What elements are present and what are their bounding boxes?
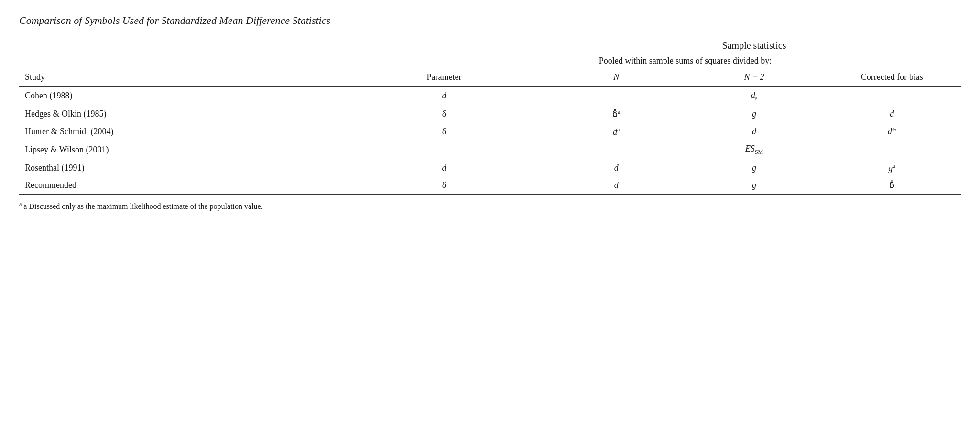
- table-row: Cohen (1988) d ds: [19, 87, 961, 106]
- col-corrected-label: Corrected for bias: [823, 69, 961, 87]
- study-name: Hedges & Olkin (1985): [19, 105, 341, 123]
- empty-param-header: [341, 40, 547, 53]
- table-title: Comparison of Symbols Used for Standardi…: [19, 14, 961, 32]
- page-container: Comparison of Symbols Used for Standardi…: [19, 14, 961, 211]
- col-corrected-value: [823, 141, 961, 159]
- study-name: Lipsey & Wilson (2001): [19, 141, 341, 159]
- col-n2-value: g: [685, 159, 823, 177]
- col-param-label: Parameter: [341, 69, 547, 87]
- corrected-header-empty: [823, 53, 961, 69]
- pooled-header: Pooled within sample sums of squares div…: [547, 53, 823, 69]
- study-name: Recommended: [19, 177, 341, 195]
- col-n2-value: ESSM: [685, 141, 823, 159]
- col-n2-value: ds: [685, 87, 823, 106]
- table-row: Lipsey & Wilson (2001) ESSM: [19, 141, 961, 159]
- param-value: d: [341, 159, 547, 177]
- col-n-value: d: [547, 159, 685, 177]
- col-corrected-value: [823, 87, 961, 106]
- table-row: Hunter & Schmidt (2004) δ da d d*: [19, 123, 961, 141]
- col-n-value: [547, 141, 685, 159]
- col-corrected-value: gu: [823, 159, 961, 177]
- col-n2-label: N − 2: [685, 69, 823, 87]
- col-corrected-value: d: [823, 105, 961, 123]
- col-n2-value: d: [685, 123, 823, 141]
- col-n-value: [547, 87, 685, 106]
- param-value: δ: [341, 177, 547, 195]
- col-n2-value: g: [685, 105, 823, 123]
- param-value: [341, 141, 547, 159]
- table-row: Hedges & Olkin (1985) δ δ̂a g d: [19, 105, 961, 123]
- table-row: Rosenthal (1991) d d g gu: [19, 159, 961, 177]
- col-n-value: da: [547, 123, 685, 141]
- param-value: δ: [341, 123, 547, 141]
- col-n2-value: g: [685, 177, 823, 195]
- table-row: Recommended δ d g δ̂: [19, 177, 961, 195]
- col-study-label: Study: [19, 69, 341, 87]
- param-value: δ: [341, 105, 547, 123]
- col-corrected-value: d*: [823, 123, 961, 141]
- study-name: Cohen (1988): [19, 87, 341, 106]
- col-n-value: δ̂a: [547, 105, 685, 123]
- header-row-1: Sample statistics: [19, 40, 961, 53]
- col-corrected-value: δ̂: [823, 177, 961, 195]
- sample-stats-header: Sample statistics: [547, 40, 961, 53]
- col-label-row: Study Parameter N N − 2 Corrected for bi…: [19, 69, 961, 87]
- header-row-2: Pooled within sample sums of squares div…: [19, 53, 961, 69]
- main-table: Sample statistics Pooled within sample s…: [19, 40, 961, 195]
- empty-2: [19, 53, 341, 69]
- empty-study-header: [19, 40, 341, 53]
- study-name: Rosenthal (1991): [19, 159, 341, 177]
- col-n-label: N: [547, 69, 685, 87]
- param-value: d: [341, 87, 547, 106]
- study-name: Hunter & Schmidt (2004): [19, 123, 341, 141]
- col-n-value: d: [547, 177, 685, 195]
- footnote: a a Discussed only as the maximum likeli…: [19, 199, 961, 211]
- empty-3: [341, 53, 547, 69]
